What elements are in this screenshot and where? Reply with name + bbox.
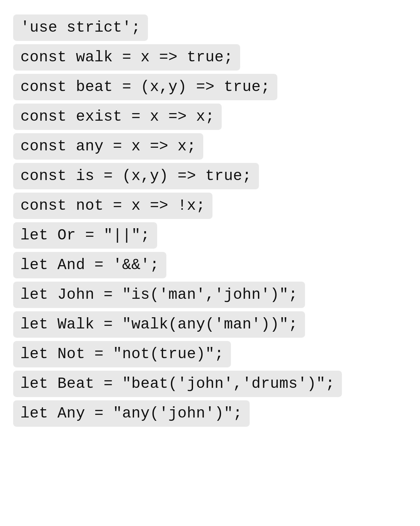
line-beat-var: let Beat = "beat('john','drums')";: [13, 371, 342, 397]
line-not: const not = x => !x;: [13, 193, 212, 219]
line-or: let Or = "||";: [13, 222, 157, 249]
line-walk-var: let Walk = "walk(any('man'))";: [13, 311, 305, 338]
line-beat: const beat = (x,y) => true;: [13, 74, 277, 100]
line-walk: const walk = x => true;: [13, 44, 240, 71]
line-not-var: let Not = "not(true)";: [13, 341, 231, 367]
line-is: const is = (x,y) => true;: [13, 163, 259, 189]
line-any-var: let Any = "any('john')";: [13, 400, 250, 427]
code-block: 'use strict';const walk = x => true;cons…: [7, 8, 413, 433]
line-any: const any = x => x;: [13, 133, 203, 160]
line-and: let And = '&&';: [13, 252, 166, 278]
line-use-strict: 'use strict';: [13, 15, 148, 41]
line-john: let John = "is('man','john')";: [13, 282, 305, 308]
line-exist: const exist = x => x;: [13, 104, 222, 130]
